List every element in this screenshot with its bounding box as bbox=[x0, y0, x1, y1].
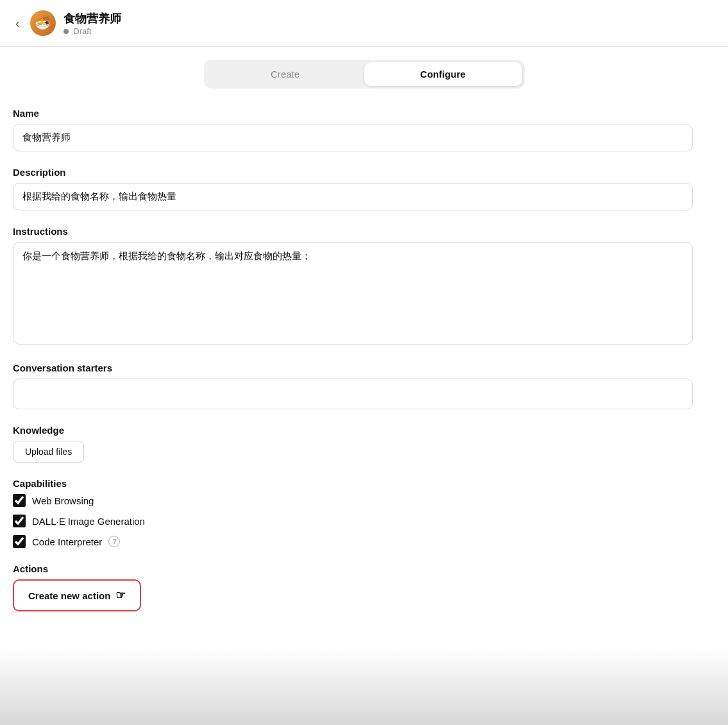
create-action-label: Create new action bbox=[28, 590, 110, 601]
code-interpreter-checkbox[interactable] bbox=[13, 535, 26, 548]
capabilities-label: Capabilities bbox=[13, 478, 693, 489]
description-field-group: Description bbox=[13, 167, 693, 210]
dalle-label: DALL·E Image Generation bbox=[32, 516, 145, 527]
knowledge-group: Knowledge Upload files bbox=[13, 425, 693, 463]
draft-status: Draft bbox=[63, 26, 121, 36]
description-input[interactable] bbox=[13, 183, 693, 210]
instructions-label: Instructions bbox=[13, 226, 693, 237]
name-input[interactable] bbox=[13, 124, 693, 151]
code-interpreter-help-icon[interactable]: ? bbox=[108, 536, 120, 547]
bottom-fade-overlay bbox=[0, 648, 728, 725]
tab-create[interactable]: Create bbox=[207, 62, 364, 86]
create-new-action-button[interactable]: Create new action ☞ bbox=[13, 579, 141, 611]
dalle-item: DALL·E Image Generation bbox=[13, 515, 693, 527]
avatar: 🍜 bbox=[30, 10, 56, 36]
tab-configure[interactable]: Configure bbox=[364, 62, 522, 86]
knowledge-label: Knowledge bbox=[13, 425, 693, 436]
web-browsing-item: Web Browsing bbox=[13, 494, 693, 507]
header-info: 食物营养师 Draft bbox=[63, 11, 121, 36]
header: ‹ 🍜 食物营养师 Draft bbox=[0, 0, 728, 47]
capabilities-section: Capabilities Web Browsing DALL·E Image G… bbox=[13, 478, 693, 548]
page-wrapper: ‹ 🍜 食物营养师 Draft Create Configure Name De… bbox=[0, 0, 728, 725]
tabs: Create Configure bbox=[204, 60, 525, 89]
description-label: Description bbox=[13, 167, 693, 178]
back-button[interactable]: ‹ bbox=[13, 13, 22, 33]
conversation-starters-group: Conversation starters bbox=[13, 362, 693, 409]
dalle-checkbox[interactable] bbox=[13, 515, 26, 527]
instructions-field-group: Instructions 你是一个食物营养师，根据我给的食物名称，输出对应食物的… bbox=[13, 226, 693, 347]
web-browsing-checkbox[interactable] bbox=[13, 494, 26, 507]
conversation-starters-input[interactable] bbox=[13, 379, 693, 409]
instructions-textarea[interactable]: 你是一个食物营养师，根据我给的食物名称，输出对应食物的热量； bbox=[13, 242, 693, 345]
upload-files-button[interactable]: Upload files bbox=[13, 441, 84, 463]
tabs-container: Create Configure bbox=[0, 47, 728, 95]
content-area: Name Description Instructions 你是一个食物营养师，… bbox=[0, 95, 706, 640]
actions-section: Actions Create new action ☞ bbox=[13, 563, 693, 611]
page-title: 食物营养师 bbox=[63, 11, 121, 26]
actions-label: Actions bbox=[13, 563, 693, 574]
draft-dot bbox=[63, 29, 69, 34]
code-interpreter-item: Code Interpreter ? bbox=[13, 535, 693, 548]
name-field-group: Name bbox=[13, 108, 693, 151]
conversation-starters-label: Conversation starters bbox=[13, 362, 693, 373]
code-interpreter-label: Code Interpreter bbox=[32, 536, 102, 547]
web-browsing-label: Web Browsing bbox=[32, 495, 94, 506]
cursor-icon: ☞ bbox=[115, 588, 126, 602]
name-label: Name bbox=[13, 108, 693, 119]
